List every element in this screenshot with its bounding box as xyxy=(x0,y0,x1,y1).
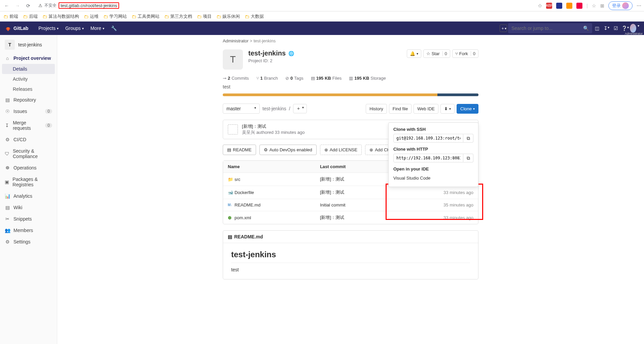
sidebar-item-members[interactable]: 👥Members xyxy=(0,225,57,236)
user-menu[interactable]: ▾Administrator xyxy=(630,24,639,33)
readme-button[interactable]: ▤ README xyxy=(223,145,256,155)
brand-label: GitLab xyxy=(13,26,28,31)
login-button[interactable]: 登录 xyxy=(608,1,633,10)
gitlab-icon xyxy=(5,25,11,32)
sidebar-item-wiki[interactable]: ▤Wiki xyxy=(0,202,57,213)
gitlab-logo[interactable]: GitLab xyxy=(5,25,28,32)
nav-more[interactable]: More▾ xyxy=(87,26,108,31)
clone-http-input[interactable] xyxy=(393,154,463,162)
bookmark-item[interactable]: 🗀前端 xyxy=(3,13,18,20)
sidebar-sub-releases[interactable]: Releases xyxy=(0,84,57,94)
table-row[interactable]: ⬢pom.xml[新增]：测试33 minutes ago xyxy=(223,211,478,224)
merge-icon[interactable]: ↧ ▾ xyxy=(602,26,611,31)
file-name-label: src xyxy=(235,177,240,182)
stat-branches[interactable]: ⑂ 1 Branch xyxy=(256,76,278,81)
open-vscode-item[interactable]: Visual Studio Code xyxy=(393,174,473,183)
sidebar-sub-activity[interactable]: Activity xyxy=(0,74,57,84)
sidebar-item-operations[interactable]: ☸Operations xyxy=(0,162,57,174)
globe-icon: 🌐 xyxy=(288,51,294,56)
sidebar-item-cicd[interactable]: ⚙CI/CD xyxy=(0,134,57,145)
issues-icon[interactable]: ◫ xyxy=(592,26,602,31)
clone-ssh-input[interactable] xyxy=(393,134,463,143)
stat-commits[interactable]: ⊸ 2 Commits xyxy=(223,76,249,81)
bookmark-item[interactable]: 🗀运维 xyxy=(84,13,99,20)
back-button[interactable]: ← xyxy=(3,2,11,10)
table-row[interactable]: M↓README.mdInitial commit35 minutes ago xyxy=(223,199,478,211)
table-row[interactable]: 🐋Dockerfile[新增]：测试33 minutes ago xyxy=(223,186,478,199)
copy-http-button[interactable]: ⧉ xyxy=(463,154,473,162)
clone-button[interactable]: Clone▾ xyxy=(457,104,478,114)
autodevops-button[interactable]: ⚙ Auto DevOps enabled xyxy=(259,145,317,155)
ext-icon-blue[interactable] xyxy=(556,3,562,9)
new-menu[interactable]: ＋ ▾ xyxy=(499,25,508,32)
sidebar-item-security[interactable]: 🛡Security & Compliance xyxy=(0,145,57,162)
search-box[interactable]: 🔍 xyxy=(508,23,592,33)
sidebar-item-analytics[interactable]: 📊Analytics xyxy=(0,190,57,202)
web-ide-button[interactable]: Web IDE xyxy=(414,104,438,114)
more-icon[interactable]: ⋯ xyxy=(637,3,641,8)
security-label: 不安全 xyxy=(44,3,57,8)
repo-icon: ▤ xyxy=(5,97,10,103)
commit-avatar-icon xyxy=(228,124,238,135)
todo-icon[interactable]: ☑ xyxy=(611,26,620,31)
folder-icon: 🗀 xyxy=(132,14,136,19)
sidebar-item-overview[interactable]: ⌂Project overview xyxy=(0,52,57,64)
sidebar-sub-details[interactable]: Details xyxy=(2,64,55,74)
bookmark-item[interactable]: 🗀第三方文档 xyxy=(164,13,192,20)
ext-icon-red[interactable] xyxy=(576,3,582,9)
file-time: 35 minutes ago xyxy=(392,199,478,211)
abp-icon[interactable]: ABP xyxy=(546,3,552,9)
sidebar-item-issues[interactable]: ☉Issues0 xyxy=(0,106,57,117)
sidebar-item-label: Security & Compliance xyxy=(13,148,52,159)
sidebar-item-packages[interactable]: ▣Packages & Registries xyxy=(0,174,57,190)
reload-button[interactable]: ⟳ xyxy=(24,2,32,10)
bookmark-item[interactable]: 🗀算法与数据结构 xyxy=(42,13,79,20)
ext-icon-orange[interactable] xyxy=(566,3,572,9)
help-icon[interactable]: ❔▾ xyxy=(620,26,630,31)
copy-ssh-button[interactable]: ⧉ xyxy=(463,134,473,143)
history-button[interactable]: History xyxy=(366,104,387,114)
sidebar-item-label: Repository xyxy=(13,97,36,103)
notification-button[interactable]: 🔔▾ xyxy=(407,49,421,58)
sidebar-item-merge[interactable]: ↧Merge requests0 xyxy=(0,117,57,134)
collections-icon[interactable]: ⊞ xyxy=(600,3,604,8)
stat-files[interactable]: ▤ 195 KB Files xyxy=(311,76,342,81)
sidebar-project-header[interactable]: T test-jenkins xyxy=(0,37,57,52)
stat-tags[interactable]: ⊘ 0 Tags xyxy=(285,76,303,81)
add-license-button[interactable]: ⊕ Add LICENSE xyxy=(320,145,362,155)
download-button[interactable]: ⬇▾ xyxy=(440,104,455,114)
bookmark-item[interactable]: 🗀娱乐休闲 xyxy=(216,13,240,20)
download-icon: ⬇ xyxy=(444,106,448,111)
fork-button[interactable]: ⑂ Fork0 xyxy=(452,49,478,58)
bookmark-item[interactable]: 🗀项目 xyxy=(197,13,212,20)
members-icon: 👥 xyxy=(5,228,10,233)
sidebar-item-snippets[interactable]: ✂Snippets xyxy=(0,213,57,225)
chart-icon: 📊 xyxy=(5,193,10,199)
project-avatar-icon: T xyxy=(223,49,243,70)
find-file-button[interactable]: Find file xyxy=(389,104,412,114)
sidebar-project-name: test-jenkins xyxy=(18,42,42,47)
breadcrumb-root[interactable]: Administrator xyxy=(223,38,249,43)
stat-storage[interactable]: ▥ 195 KB Storage xyxy=(349,76,386,81)
favorite-icon[interactable]: ✩ xyxy=(538,3,542,8)
add-file-button[interactable]: ＋▾ xyxy=(293,104,307,113)
sidebar-item-label: CI/CD xyxy=(13,137,26,142)
file-commit: [新增]：测试 xyxy=(315,173,392,186)
branch-selector[interactable]: master▾ xyxy=(223,104,260,114)
url-bar[interactable]: ⚠ 不安全 test.gitlab.cn/root/test-jenkins xyxy=(35,1,535,10)
search-input[interactable] xyxy=(511,26,580,31)
commit-title[interactable]: [新增]：测试 xyxy=(242,123,305,129)
nav-wrench[interactable]: 🔧 xyxy=(108,26,120,31)
star-button[interactable]: ☆ Star0 xyxy=(423,49,450,58)
bookmark-item[interactable]: 🗀后端 xyxy=(23,13,38,20)
book-icon: ▤ xyxy=(5,205,10,210)
nav-projects[interactable]: Projects▾ xyxy=(35,26,62,31)
bookmark-item[interactable]: 🗀学习网站 xyxy=(103,13,127,20)
bookmark-item[interactable]: 🗀工具类网站 xyxy=(132,13,159,20)
bookmark-item[interactable]: 🗀大数据 xyxy=(245,13,264,20)
nav-groups[interactable]: Groups▾ xyxy=(62,26,87,31)
sidebar-item-settings[interactable]: ⚙Settings xyxy=(0,236,57,247)
bookmark-icon[interactable]: ☆ xyxy=(592,3,596,8)
sidebar-item-repository[interactable]: ▤Repository xyxy=(0,94,57,106)
clone-popup: Clone with SSH ⧉ Clone with HTTP ⧉ Open … xyxy=(388,122,478,187)
